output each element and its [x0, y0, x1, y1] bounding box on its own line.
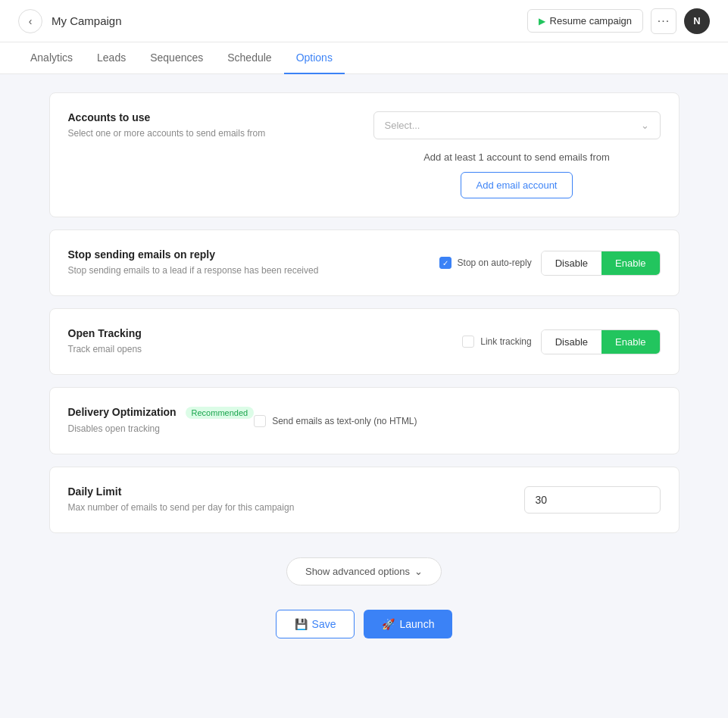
stop-autoreply-row: Stop on auto-reply [439, 257, 532, 269]
delivery-checkbox-row: Send emails as text-only (no HTML) [254, 415, 417, 427]
stop-sending-card: Stop sending emails on reply Stop sendin… [49, 229, 680, 296]
more-options-button[interactable]: ··· [651, 8, 676, 34]
stop-sending-label: Stop sending emails on reply [68, 248, 319, 261]
resume-btn-label: Resume campaign [550, 15, 632, 27]
accounts-info: Accounts to use Select one or more accou… [68, 111, 355, 140]
stop-sending-enable-button[interactable]: Enable [601, 251, 659, 275]
more-icon: ··· [658, 14, 670, 28]
accounts-card: Accounts to use Select one or more accou… [49, 92, 680, 217]
delivery-info: Delivery Optimization Recommended Disabl… [68, 406, 255, 435]
avatar: N [684, 8, 710, 34]
save-icon: 💾 [295, 618, 308, 630]
accounts-select[interactable]: Select... ⌄ [373, 111, 661, 139]
daily-limit-card: Daily Limit Max number of emails to send… [49, 467, 680, 533]
stop-sending-info: Stop sending emails on reply Stop sendin… [68, 248, 319, 277]
link-tracking-checkbox[interactable] [462, 336, 474, 348]
launch-button[interactable]: 🚀 Launch [364, 610, 452, 638]
chevron-down-icon: ⌄ [414, 566, 423, 577]
tab-leads[interactable]: Leads [85, 42, 138, 74]
campaign-title: My Campaign [52, 14, 122, 27]
accounts-controls: Select... ⌄ Add at least 1 account to se… [373, 111, 661, 198]
delivery-card: Delivery Optimization Recommended Disabl… [49, 387, 680, 454]
footer-buttons: 💾 Save 🚀 Launch [49, 610, 680, 663]
link-tracking-row: Link tracking [462, 336, 531, 348]
nav-tabs: Analytics Leads Sequences Schedule Optio… [0, 42, 728, 74]
accounts-label: Accounts to use [68, 111, 355, 123]
chevron-down-icon: ⌄ [641, 120, 649, 131]
open-tracking-toggle-group: Disable Enable [541, 329, 661, 354]
open-tracking-label: Open Tracking [68, 327, 142, 339]
header-right: ▶ Resume campaign ··· N [527, 8, 710, 34]
save-button[interactable]: 💾 Save [276, 610, 355, 638]
show-advanced-label: Show advanced options [305, 566, 410, 577]
text-only-checkbox[interactable] [254, 415, 266, 427]
delivery-description: Disables open tracking [68, 422, 255, 435]
open-tracking-info: Open Tracking Track email opens [68, 327, 142, 356]
stop-sending-controls: Stop on auto-reply Disable Enable [439, 251, 661, 276]
link-tracking-label: Link tracking [480, 336, 531, 347]
stop-sending-description: Stop sending emails to a lead if a respo… [68, 264, 319, 277]
account-prompt: Add at least 1 account to send emails fr… [373, 151, 661, 163]
stop-sending-toggle-group: Disable Enable [541, 251, 661, 276]
stop-sending-disable-button[interactable]: Disable [542, 251, 601, 275]
play-icon: ▶ [539, 16, 545, 27]
daily-limit-input[interactable] [524, 486, 661, 514]
back-button[interactable]: ‹ [18, 9, 42, 33]
recommended-badge: Recommended [186, 407, 255, 419]
header: ‹ My Campaign ▶ Resume campaign ··· N [0, 0, 728, 42]
open-tracking-enable-button[interactable]: Enable [601, 330, 659, 354]
resume-campaign-button[interactable]: ▶ Resume campaign [527, 9, 643, 33]
stop-autoreply-label: Stop on auto-reply [458, 258, 532, 268]
text-only-label: Send emails as text-only (no HTML) [272, 416, 417, 426]
launch-icon: 🚀 [382, 618, 395, 630]
select-placeholder: Select... [385, 120, 420, 131]
add-email-account-button[interactable]: Add email account [461, 172, 573, 198]
advanced-options-section: Show advanced options ⌄ [49, 545, 680, 585]
tab-options[interactable]: Options [284, 42, 345, 74]
tab-sequences[interactable]: Sequences [138, 42, 215, 74]
show-advanced-button[interactable]: Show advanced options ⌄ [286, 557, 442, 585]
tab-analytics[interactable]: Analytics [18, 42, 85, 74]
open-tracking-controls: Link tracking Disable Enable [462, 329, 660, 354]
delivery-label: Delivery Optimization Recommended [68, 406, 255, 419]
open-tracking-description: Track email opens [68, 342, 142, 356]
main-content: Accounts to use Select one or more accou… [31, 74, 698, 681]
stop-autoreply-checkbox[interactable] [439, 257, 451, 269]
daily-limit-description: Max number of emails to send per day for… [68, 501, 295, 514]
back-icon: ‹ [29, 15, 33, 27]
launch-label: Launch [399, 618, 434, 630]
accounts-description: Select one or more accounts to send emai… [68, 126, 355, 140]
save-label: Save [312, 618, 336, 630]
open-tracking-card: Open Tracking Track email opens Link tra… [49, 308, 680, 375]
tab-schedule[interactable]: Schedule [215, 42, 283, 74]
open-tracking-disable-button[interactable]: Disable [542, 330, 601, 354]
daily-limit-label: Daily Limit [68, 485, 295, 498]
daily-limit-info: Daily Limit Max number of emails to send… [68, 485, 295, 514]
